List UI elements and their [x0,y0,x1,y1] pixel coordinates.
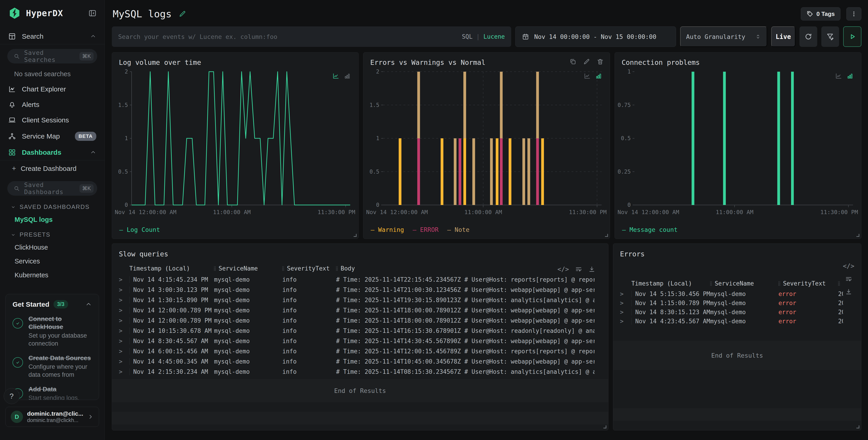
filter-button[interactable] [821,26,839,47]
drag-handle-icon[interactable] [336,266,338,271]
resize-handle[interactable] [353,234,356,237]
sidebar-preset-services[interactable]: Services [0,255,104,268]
line-view-button[interactable] [584,73,591,79]
time-range-picker[interactable]: Nov 14 00:00:00 - Nov 15 00:00:00 [515,26,676,47]
edit-chart-icon[interactable] [583,58,590,65]
column-header[interactable]: Body [336,265,594,272]
resize-handle[interactable] [857,234,859,237]
get-started-item[interactable]: Connect to ClickHouseSet up your databas… [12,315,92,348]
expand-row-icon[interactable]: > [119,348,129,355]
help-button[interactable]: ? [4,388,20,404]
line-view-button[interactable] [333,73,339,79]
chart-plot[interactable]: 00.511.52Nov 14 12:00:00 AM11:00:00 AM11… [365,67,608,216]
table-row[interactable]: >Nov 14 8:30:15.123 AMmysql-demoerror202… [613,308,861,317]
column-header[interactable]: Timestamp (Local) [631,280,710,287]
resize-handle[interactable] [857,426,859,429]
sidebar-item-client-sessions[interactable]: Client Sessions [0,112,104,128]
drag-handle-icon[interactable] [838,281,840,286]
lucene-toggle[interactable]: Lucene [484,33,505,40]
expand-row-icon[interactable]: > [119,358,129,365]
column-header[interactable]: Timestamp (Local) [129,265,214,272]
more-menu-button[interactable] [846,7,861,21]
event-search-input[interactable]: Search your events w/ Lucene ex. column:… [112,26,511,47]
live-button[interactable]: Live [771,26,795,47]
code-view-icon[interactable]: </> [843,262,854,270]
wrap-text-icon[interactable] [575,266,582,273]
saved-dashboards-input[interactable]: Saved Dashboards⌘K [7,181,97,196]
get-started-item[interactable]: Add DataStart sending logs, metrics, or … [12,385,92,400]
chart-plot[interactable]: 00.511.52Nov 14 12:00:00 AM11:00:00 AM11… [114,67,356,216]
expand-row-icon[interactable]: > [119,286,129,293]
legend-item[interactable]: — ERROR [412,226,439,233]
table-row[interactable]: >Nov 14 4:45:00.345 AMmysql-demoinfo# Ti… [112,356,608,367]
column-header[interactable]: ServiceName [214,265,282,272]
resize-handle[interactable] [605,234,608,237]
resize-handle[interactable] [603,426,607,429]
table-row[interactable]: >Nov 14 10:15:30.678 AMmysql-demoinfo# T… [112,326,608,336]
presets-section[interactable]: PRESETS [0,227,104,240]
table-row[interactable]: >Nov 14 4:23:45.567 AMmysql-demoerror202… [613,317,861,326]
bar-view-button[interactable] [344,73,351,79]
expand-row-icon[interactable]: > [119,276,129,283]
sidebar-item-search[interactable]: Search [0,29,104,44]
saved-dashboards-section[interactable]: SAVED DASHBOARDS [0,199,104,213]
refresh-button[interactable] [800,26,817,47]
collapse-sidebar-button[interactable] [88,9,97,18]
table-row[interactable]: >Nov 14 5:15:30.456 PMmysql-demoerror202… [613,290,861,299]
duplicate-icon[interactable] [569,58,577,65]
legend-item[interactable]: — Message count [622,226,678,233]
expand-row-icon[interactable]: > [119,317,129,324]
wrap-text-icon[interactable] [845,275,852,282]
sidebar-item-service-map[interactable]: Service MapBETA [0,128,104,145]
expand-row-icon[interactable]: > [620,318,631,325]
expand-row-icon[interactable]: > [620,291,631,297]
legend-item[interactable]: — Log Count [119,226,160,233]
drag-handle-icon[interactable] [282,266,284,271]
drag-handle-icon[interactable] [214,266,216,271]
sidebar-preset-kubernetes[interactable]: Kubernetes [0,268,104,282]
table-row[interactable]: >Nov 14 6:00:15.456 AMmysql-demoinfo# Ti… [112,346,608,356]
table-row[interactable]: >Nov 14 8:30:45.567 AMmysql-demoinfo# Ti… [112,336,608,346]
horizontal-scrollbar[interactable] [613,408,861,421]
expand-row-icon[interactable]: > [620,309,631,315]
bar-view-button[interactable] [595,73,602,79]
run-query-button[interactable] [843,26,861,47]
column-header[interactable] [838,281,843,286]
download-icon[interactable] [588,266,595,273]
expand-row-icon[interactable]: > [119,338,129,344]
column-header[interactable]: SeverityText [282,265,336,272]
table-row[interactable]: >Nov 14 3:00:30.123 PMmysql-demoinfo# Ti… [112,284,608,295]
code-view-icon[interactable]: </> [557,266,569,273]
table-row[interactable]: >Nov 14 12:00:00.789 PMmysql-demoinfo# T… [112,305,608,315]
table-row[interactable]: >Nov 14 1:30:15.890 PMmysql-demoinfo# Ti… [112,295,608,305]
edit-title-button[interactable] [179,10,186,18]
get-started-item[interactable]: Create Data SourcesConfigure where your … [12,354,92,379]
create-dashboard-button[interactable]: +Create Dashboard [0,160,104,176]
expand-row-icon[interactable]: > [119,327,129,334]
legend-item[interactable]: — Warning [371,226,404,233]
get-started-header[interactable]: Get Started 3/3 [12,300,92,308]
horizontal-scrollbar[interactable] [112,412,608,425]
bar-view-button[interactable] [846,73,854,79]
drag-handle-icon[interactable] [710,281,712,286]
sql-toggle[interactable]: SQL [462,33,472,40]
expand-row-icon[interactable]: > [119,307,129,314]
download-icon[interactable] [845,288,852,295]
table-row[interactable]: >Nov 14 4:15:45.234 PMmysql-demoinfo# Ti… [112,274,608,284]
sidebar-item-dashboards[interactable]: Dashboards [0,145,104,160]
expand-row-icon[interactable]: > [119,297,129,304]
column-header[interactable]: SeverityText [778,280,838,287]
table-row[interactable]: >Nov 14 1:15:00.789 PMmysql-demoerror202… [613,299,861,308]
line-view-button[interactable] [835,73,842,79]
sidebar-item-alerts[interactable]: Alerts [0,97,104,112]
sidebar-dashboard-mysql-logs[interactable]: MySQL logs [0,213,104,227]
sidebar-preset-clickhouse[interactable]: ClickHouse [0,240,104,255]
sidebar-item-chart-explorer[interactable]: Chart Explorer [0,81,104,97]
legend-item[interactable]: — Note [447,226,469,233]
table-row[interactable]: >Nov 14 12:00:00.789 PMmysql-demoinfo# T… [112,315,608,326]
expand-row-icon[interactable]: > [620,300,631,306]
saved-searches-input[interactable]: Saved Searches⌘K [7,49,97,64]
expand-row-icon[interactable]: > [119,368,129,375]
tags-button[interactable]: 0 Tags [801,7,840,21]
chart-plot[interactable]: 00.250.50.751Nov 14 12:00:00 AM11:00:00 … [616,67,859,216]
